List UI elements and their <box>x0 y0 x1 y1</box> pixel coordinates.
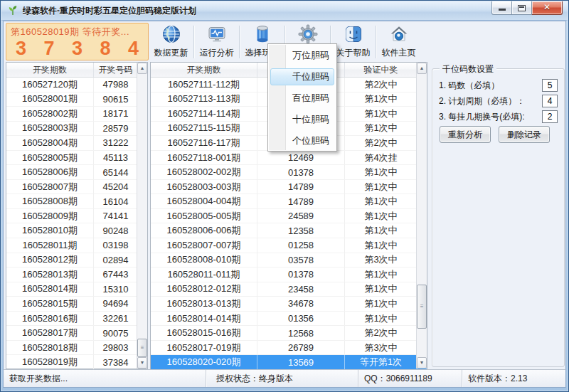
table-row[interactable]: 160528013-013期 34678 第1次中 <box>151 297 427 312</box>
code-count-input[interactable] <box>542 79 558 92</box>
period-cell: 160528016期 <box>6 312 94 326</box>
table-row[interactable]: 160528014-014期 01356 第1次中 <box>151 312 427 327</box>
up-arrow-icon[interactable]: ▲ <box>137 63 147 74</box>
maximize-button[interactable] <box>512 1 532 15</box>
table-row[interactable]: 160528012-012期 23458 第1次中 <box>151 282 427 297</box>
verify-result-cell: 等开第1次 <box>345 355 417 369</box>
scrollbar-thumb[interactable]: ≡ <box>137 339 147 357</box>
number-cell: 65144 <box>94 165 137 179</box>
menu-item[interactable]: 万位胆码 <box>269 45 336 66</box>
table-row[interactable]: 160528004期 31222 <box>6 136 147 151</box>
menu-item[interactable]: 百位胆码 <box>269 88 336 109</box>
table-row[interactable]: 160528018期 29803 <box>6 341 147 356</box>
table-row[interactable]: 160528015-016期 12568 第2次中 <box>151 326 427 341</box>
software-home-button[interactable]: 软件主页 <box>376 22 421 62</box>
left-table-scrollbar[interactable]: ▲ ≡ ▼ <box>137 63 147 369</box>
plan-cycle-label: 2. 计划周期（必填）： <box>439 95 542 107</box>
code-count-label: 1. 码数（必填） <box>439 80 542 92</box>
verify-result-cell: 第1次中 <box>345 223 417 238</box>
table-row[interactable]: 160528001期 90615 <box>6 92 147 107</box>
window-title: 绿森软件-重庆时时彩五星定位胆码稳定版计划 <box>23 5 196 17</box>
menu-item[interactable]: 千位胆码 <box>269 66 336 88</box>
column-header: 开奖号码 <box>94 63 137 77</box>
table-row[interactable]: 160528008-010期 03578 第3次中 <box>151 253 427 268</box>
verify-result-cell: 第1次中 <box>345 165 417 179</box>
table-row[interactable]: 160528012期 02894 <box>6 253 147 268</box>
table-row[interactable]: 160528002-002期 01378 第1次中 <box>151 165 427 180</box>
dan-codes-cell: 12568 <box>257 326 345 340</box>
delete-records-button[interactable]: 删除记录 <box>499 126 550 143</box>
period-cell: 160528008期 <box>6 194 94 208</box>
period-cell: 160528017期 <box>6 326 94 340</box>
table-row[interactable]: 160528011-011期 01378 第1次中 <box>151 267 427 282</box>
table-row[interactable]: 160528015期 94694 <box>6 297 147 312</box>
table-row[interactable]: 160528019期 37384 <box>6 355 147 370</box>
data-update-button[interactable]: 数据更新 <box>149 22 193 62</box>
table-row[interactable]: 160528011期 03198 <box>6 238 147 253</box>
period-cell: 160528004期 <box>6 136 94 150</box>
table-row[interactable]: 160528003期 28579 <box>6 122 147 137</box>
menu-item[interactable]: 十位胆码 <box>269 109 336 130</box>
cylinder-icon <box>252 24 272 44</box>
period-cell: 160528002期 <box>6 107 94 121</box>
reanalyze-button[interactable]: 重新分析 <box>440 126 491 143</box>
table-row[interactable]: 160528008期 16104 <box>6 194 147 209</box>
verify-result-cell: 第1次中 <box>345 180 417 194</box>
up-arrow-icon[interactable]: ▲ <box>417 63 427 74</box>
table-row[interactable]: 160528004-004期 14789 第1次中 <box>151 194 427 209</box>
verify-result-cell: 第3次中 <box>345 253 417 267</box>
verify-result-cell: 第2次中 <box>345 136 417 150</box>
table-row[interactable]: 160528014期 15310 <box>6 282 147 297</box>
table-row[interactable]: 160528005期 45113 <box>6 151 147 166</box>
plan-cycle-input[interactable] <box>542 95 558 107</box>
draw-history-rows: 160527120期 47988 160528001期 90615 160528… <box>6 78 147 370</box>
titlebar[interactable]: 绿森软件-重庆时时彩五星定位胆码稳定版计划 ✕ <box>1 1 568 21</box>
table-row[interactable]: 160527118-001期 12469 第4次挂 <box>151 151 427 166</box>
number-cell: 94694 <box>94 297 137 311</box>
minimize-button[interactable] <box>491 1 512 15</box>
status-message: 获取开奖数据... <box>4 370 206 387</box>
verify-result-cell: 第1次中 <box>345 209 417 223</box>
verify-result-cell: 第1次中 <box>345 92 417 107</box>
about-help-button[interactable]: 关于帮助 <box>331 22 376 62</box>
change-number-input[interactable] <box>542 110 558 123</box>
table-row[interactable]: 160527120期 47988 <box>6 78 147 92</box>
down-arrow-icon[interactable]: ▼ <box>137 357 147 369</box>
table-row[interactable]: 160528017-019期 26789 第3次中 <box>151 341 427 356</box>
table-row[interactable]: 160528020-020期 13569 等开第1次 <box>151 355 427 370</box>
number-cell: 15310 <box>94 282 137 297</box>
middle-table-scrollbar[interactable]: ▲ ≡ ▼ <box>416 63 427 369</box>
table-row[interactable]: 160528007期 45204 <box>6 180 147 195</box>
run-analysis-button[interactable]: 运行分析 <box>194 22 239 62</box>
table-row[interactable]: 160528009期 74141 <box>6 209 147 224</box>
license-status: 授权状态：终身版本 <box>206 370 358 387</box>
table-row[interactable]: 160528017期 90075 <box>6 326 147 341</box>
dan-codes-cell: 24589 <box>257 209 345 223</box>
down-arrow-icon[interactable]: ▼ <box>417 357 427 369</box>
table-row[interactable]: 160528005-005期 24589 第1次中 <box>151 209 427 224</box>
table-row[interactable]: 160528002期 18171 <box>6 107 147 122</box>
verify-result-cell: 第3次中 <box>345 341 417 355</box>
verify-result-cell: 第1次中 <box>345 312 417 326</box>
period-cell: 160528006期 <box>6 165 94 179</box>
number-cell: 90075 <box>94 326 137 340</box>
period-cell: 160527120期 <box>6 78 94 92</box>
period-cell: 160528009期 <box>6 209 94 223</box>
number-cell: 03198 <box>94 238 137 253</box>
table-row[interactable]: 160528006期 65144 <box>6 165 147 180</box>
table-row[interactable]: 160528016期 32261 <box>6 312 147 327</box>
period-range-cell: 160528004-004期 <box>151 194 257 208</box>
table-row[interactable]: 160528006-006期 12358 第1次中 <box>151 223 427 238</box>
status-bar: 获取开奖数据... 授权状态：终身版本 QQ：3066911189 软件版本：2… <box>3 369 566 388</box>
verify-result-cell: 第1次中 <box>345 297 417 311</box>
table-row[interactable]: 160528007-007期 01258 第1次中 <box>151 238 427 253</box>
period-range-cell: 160528014-014期 <box>151 312 257 326</box>
period-cell: 160528013期 <box>6 267 94 282</box>
column-header: 开奖期数 <box>6 63 94 77</box>
scrollbar-thumb[interactable]: ≡ <box>417 285 427 329</box>
table-row[interactable]: 160528010期 90248 <box>6 223 147 238</box>
table-row[interactable]: 160528003-003期 14789 第1次中 <box>151 180 427 195</box>
menu-item[interactable]: 个位胆码 <box>269 130 336 152</box>
table-row[interactable]: 160528013期 67443 <box>6 267 147 282</box>
close-button[interactable]: ✕ <box>532 1 563 15</box>
